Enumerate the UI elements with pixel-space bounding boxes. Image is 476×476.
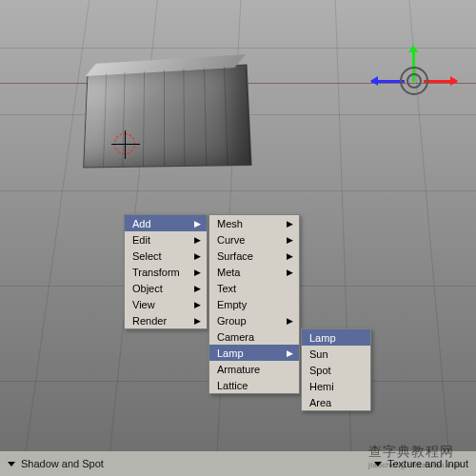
panel-label: Texture and Input — [387, 458, 468, 469]
panel-shadow-spot[interactable]: Shadow and Spot — [0, 451, 111, 476]
orientation-gizmo[interactable] — [371, 38, 457, 124]
submenu-arrow-icon: ▶ — [287, 251, 293, 261]
menu-label: Group — [217, 315, 247, 327]
menu-label: Object — [132, 283, 163, 294]
menu-label: Meta — [217, 267, 240, 278]
submenu-arrow-icon: ▶ — [194, 219, 201, 228]
panel-texture-input[interactable]: Texture and Input — [367, 451, 476, 476]
menu-item-lamp-area[interactable]: Area — [302, 394, 370, 410]
submenu-arrow-icon: ▶ — [194, 316, 201, 326]
submenu-arrow-icon: ▶ — [287, 316, 293, 326]
menu-label: Render — [132, 315, 167, 327]
menu-label: Lamp — [309, 332, 336, 344]
menu-label: Curve — [217, 234, 245, 246]
menu-item-object[interactable]: Object ▶ — [125, 280, 207, 296]
menu-item-select[interactable]: Select ▶ — [125, 248, 207, 264]
menu-label: Armature — [217, 364, 260, 375]
menu-item-lamp[interactable]: Lamp ▶ — [209, 345, 299, 361]
submenu-arrow-icon: ▶ — [194, 235, 201, 245]
menu-item-transform[interactable]: Transform ▶ — [125, 264, 207, 280]
bottom-panel-bar: Shadow and Spot Texture and Input — [0, 450, 476, 476]
menu-item-lattice[interactable]: Lattice — [209, 377, 299, 393]
menu-item-text[interactable]: Text — [209, 280, 299, 296]
menu-label: Spot — [309, 365, 331, 376]
panel-label: Shadow and Spot — [21, 458, 104, 469]
menu-label: Text — [217, 283, 236, 294]
x-arrow-icon — [424, 80, 457, 83]
menu-item-render[interactable]: Render ▶ — [125, 312, 207, 328]
menu-item-camera[interactable]: Camera — [209, 328, 299, 345]
submenu-arrow-icon: ▶ — [194, 251, 201, 261]
submenu-add: Mesh ▶ Curve ▶ Surface ▶ Meta ▶ Text Emp… — [208, 214, 300, 394]
menu-item-armature[interactable]: Armature — [209, 361, 299, 377]
submenu-lamp: Lamp Sun Spot Hemi Area — [301, 328, 371, 411]
menu-label: Sun — [309, 348, 328, 360]
grid-line — [26, 0, 89, 450]
menu-item-lamp-lamp[interactable]: Lamp — [302, 329, 370, 346]
menu-label: Lattice — [217, 380, 248, 391]
menu-label: Transform — [132, 267, 180, 278]
menu-label: Lamp — [217, 347, 244, 359]
submenu-arrow-icon: ▶ — [287, 268, 293, 277]
menu-item-surface[interactable]: Surface ▶ — [209, 248, 299, 264]
menu-label: View — [132, 299, 155, 310]
dropdown-triangle-icon — [374, 462, 382, 466]
menu-label: Area — [309, 397, 331, 408]
menu-label: Select — [132, 250, 162, 262]
mesh-slats — [84, 65, 250, 167]
menu-label: Hemi — [309, 381, 334, 392]
menu-item-view[interactable]: View ▶ — [125, 296, 207, 312]
menu-label: Camera — [217, 331, 254, 343]
menu-item-curve[interactable]: Curve ▶ — [209, 231, 299, 248]
gizmo-ring-icon — [400, 67, 428, 95]
submenu-arrow-icon: ▶ — [194, 268, 201, 277]
menu-label: Mesh — [217, 218, 243, 229]
menu-item-mesh[interactable]: Mesh ▶ — [209, 215, 299, 231]
menu-item-edit[interactable]: Edit ▶ — [125, 231, 207, 248]
menu-item-add[interactable]: Add ▶ — [125, 215, 207, 231]
menu-label: Add — [132, 218, 151, 229]
menu-item-lamp-spot[interactable]: Spot — [302, 362, 370, 378]
menu-item-group[interactable]: Group ▶ — [209, 312, 299, 328]
menu-label: Empty — [217, 299, 247, 310]
mesh-object[interactable] — [83, 64, 251, 168]
3d-cursor — [114, 133, 135, 154]
menu-item-lamp-hemi[interactable]: Hemi — [302, 378, 370, 394]
submenu-arrow-icon: ▶ — [287, 348, 293, 358]
submenu-arrow-icon: ▶ — [194, 284, 201, 293]
submenu-arrow-icon: ▶ — [287, 219, 293, 228]
menu-item-empty[interactable]: Empty — [209, 296, 299, 312]
dropdown-triangle-icon — [8, 462, 15, 466]
menu-label: Surface — [217, 250, 253, 262]
menu-item-meta[interactable]: Meta ▶ — [209, 264, 299, 280]
context-menu: Add ▶ Edit ▶ Select ▶ Transform ▶ Object… — [124, 214, 208, 329]
grid-line — [0, 190, 476, 191]
menu-item-lamp-sun[interactable]: Sun — [302, 346, 370, 362]
submenu-arrow-icon: ▶ — [287, 235, 293, 245]
menu-label: Edit — [132, 234, 150, 246]
submenu-arrow-icon: ▶ — [194, 300, 201, 309]
